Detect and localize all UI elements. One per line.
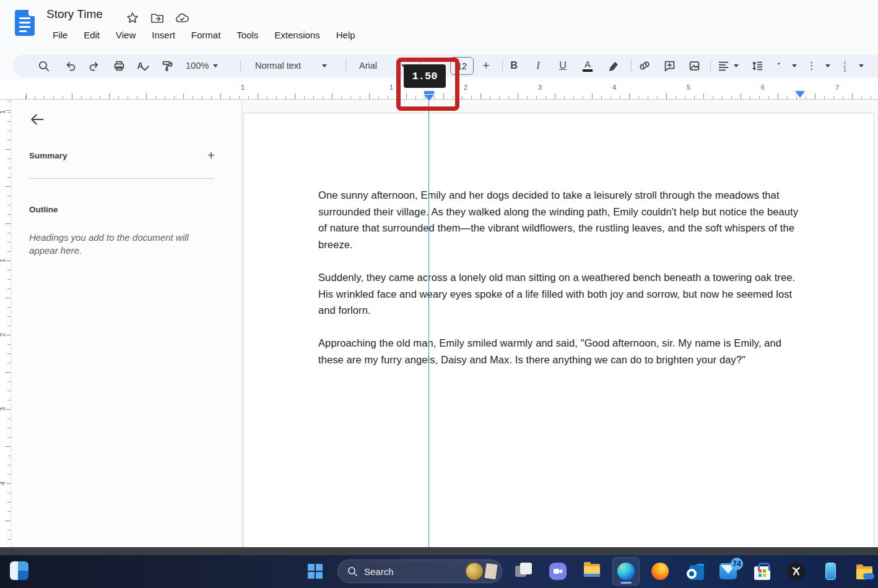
move-folder-icon[interactable] — [150, 11, 165, 25]
close-outline-button[interactable] — [28, 111, 46, 128]
taskbar-search-box[interactable]: Search — [337, 560, 502, 583]
insert-link-button[interactable] — [633, 54, 656, 77]
chevron-down-icon — [825, 64, 830, 67]
store-icon — [754, 566, 770, 580]
summary-heading: Summary — [29, 151, 67, 160]
spellcheck-button[interactable]: A — [132, 54, 154, 77]
numbered-list-select[interactable]: 123 — [839, 54, 867, 77]
chevron-down-icon — [859, 64, 864, 67]
ruler-number: 4 — [0, 482, 6, 485]
widgets-icon[interactable] — [10, 561, 28, 580]
edge-icon — [617, 563, 635, 580]
ruler-number: 6 — [759, 84, 767, 91]
active-app-indicator — [620, 582, 632, 584]
mail-badge: 74 — [731, 558, 743, 570]
redo-button[interactable] — [83, 54, 105, 77]
right-indent-marker[interactable] — [795, 91, 805, 98]
menu-edit[interactable]: Edit — [76, 27, 108, 43]
document-page[interactable]: One sunny afternoon, Emily and her dogs … — [243, 113, 874, 547]
indent-guide-line — [428, 101, 429, 547]
menu-help[interactable]: Help — [328, 27, 363, 43]
phone-link-button[interactable] — [817, 557, 844, 586]
align-select[interactable] — [714, 54, 742, 77]
add-summary-button[interactable]: + — [207, 148, 215, 163]
line-spacing-button[interactable] — [746, 54, 768, 77]
logo-fold — [28, 10, 35, 16]
task-view-button[interactable] — [510, 557, 537, 586]
microsoft-store-button[interactable] — [749, 557, 776, 586]
search-placeholder: Search — [364, 566, 466, 577]
star-icon[interactable] — [125, 11, 140, 25]
google-docs-logo-icon[interactable] — [15, 10, 35, 36]
insert-image-button[interactable] — [683, 54, 705, 77]
decrease-indent-button[interactable] — [873, 54, 878, 77]
ruler-number: 1 — [239, 84, 246, 91]
chevron-down-icon — [792, 64, 797, 67]
menu-insert[interactable]: Insert — [144, 27, 183, 43]
cloud-saved-icon[interactable] — [175, 11, 189, 25]
xbox-icon — [788, 563, 805, 580]
chevron-down-icon — [213, 64, 218, 67]
svg-text:3: 3 — [844, 68, 846, 72]
paragraph[interactable]: Suddenly, they came across a lonely old … — [318, 269, 802, 319]
windows-logo-icon — [308, 564, 323, 579]
windows-taskbar: Search — [0, 555, 878, 588]
print-button[interactable] — [108, 54, 130, 77]
ruler-number: 3 — [0, 407, 6, 411]
add-comment-button[interactable] — [658, 54, 680, 77]
firefox-icon — [651, 563, 669, 580]
ruler-number: 1 — [0, 110, 6, 114]
text-color-button[interactable]: A — [576, 54, 599, 77]
edge-browser-button[interactable] — [612, 557, 640, 586]
firefox-button[interactable] — [646, 557, 674, 586]
menu-extensions[interactable]: Extensions — [266, 27, 328, 43]
highlight-color-button[interactable] — [602, 54, 625, 77]
bulleted-list-select[interactable] — [806, 54, 834, 77]
main-area: Summary + Outline Headings you add to th… — [11, 100, 878, 547]
mail-button[interactable]: 74 — [715, 557, 742, 586]
outlook-icon — [687, 569, 697, 579]
chat-button[interactable] — [544, 557, 572, 586]
docs-header: Story Time File Edit View Insert Format … — [0, 0, 878, 53]
increase-font-size-button[interactable]: + — [475, 54, 497, 77]
paragraph[interactable]: Approaching the old man, Emily smiled wa… — [318, 335, 802, 368]
zoom-select[interactable]: 100% — [181, 54, 223, 77]
checklist-select[interactable] — [772, 54, 801, 77]
search-highlight-thumbnail — [484, 563, 497, 579]
document-outline-panel: Summary + Outline Headings you add to th… — [11, 100, 242, 547]
menu-file[interactable]: File — [45, 27, 76, 43]
ruler-number: 4 — [611, 84, 618, 91]
screen: Story Time File Edit View Insert Format … — [0, 0, 878, 588]
window-frame — [0, 547, 878, 555]
menu-tools[interactable]: Tools — [228, 27, 266, 43]
file-explorer-button[interactable] — [578, 557, 606, 586]
annotation-highlight-box — [396, 58, 459, 111]
undo-button[interactable] — [59, 54, 81, 77]
text-color-swatch — [583, 69, 593, 72]
outline-heading: Outline — [29, 205, 58, 214]
ruler-number: 3 — [536, 84, 544, 91]
menu-format[interactable]: Format — [183, 27, 229, 43]
menubar: File Edit View Insert Format Tools Exten… — [45, 27, 363, 43]
outlook-button[interactable] — [680, 557, 708, 586]
xbox-button[interactable] — [783, 557, 810, 586]
outline-placeholder-text: Headings you add to the document will ap… — [29, 231, 210, 257]
document-title[interactable]: Story Time — [46, 7, 103, 21]
search-highlight-image[interactable] — [466, 563, 483, 580]
italic-button[interactable]: I — [527, 54, 549, 77]
bold-button[interactable]: B — [503, 54, 525, 77]
ruler-number: 1 — [0, 259, 6, 262]
paragraph-style-select[interactable]: Normal text — [250, 54, 332, 77]
vertical-ruler[interactable]: 1 1 2 3 4 — [0, 100, 11, 547]
paint-format-button[interactable] — [156, 54, 178, 77]
search-menus-button[interactable] — [32, 54, 54, 77]
document-text[interactable]: One sunny afternoon, Emily and her dogs … — [318, 187, 802, 384]
paragraph[interactable]: One sunny afternoon, Emily and her dogs … — [318, 187, 802, 253]
onedrive-folder-button[interactable] — [851, 557, 878, 586]
ruler-number: 2 — [462, 84, 469, 91]
chevron-down-icon — [322, 64, 327, 67]
underline-button[interactable]: U — [552, 54, 574, 77]
start-button[interactable] — [302, 557, 329, 586]
menu-view[interactable]: View — [108, 27, 144, 43]
ruler-number: 2 — [0, 333, 6, 337]
